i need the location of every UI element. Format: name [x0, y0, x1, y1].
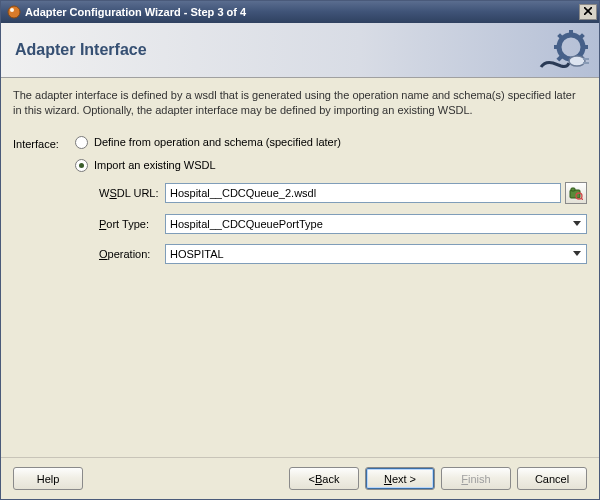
radio-input-import[interactable]: [75, 159, 88, 172]
content-area: The adapter interface is defined by a ws…: [1, 78, 599, 457]
help-button[interactable]: Help: [13, 467, 83, 490]
app-icon: [7, 5, 21, 19]
radio-input-define[interactable]: [75, 136, 88, 149]
description-text: The adapter interface is defined by a ws…: [13, 88, 587, 118]
svg-line-19: [581, 198, 583, 200]
port-type-value: Hospital__CDCQueuePortType: [170, 218, 570, 230]
wsdl-url-input[interactable]: [165, 183, 561, 203]
back-button[interactable]: < Back: [289, 467, 359, 490]
browse-wsdl-button[interactable]: [565, 182, 587, 204]
interface-row: Interface: Define from operation and sch…: [13, 136, 587, 274]
svg-rect-5: [569, 30, 573, 35]
svg-rect-17: [571, 188, 575, 191]
svg-point-4: [559, 35, 583, 59]
svg-rect-8: [583, 45, 588, 49]
radio-define-option[interactable]: Define from operation and schema (specif…: [75, 136, 587, 149]
import-fields: WSDL URL: Port Type: Hospital_: [99, 182, 587, 264]
wsdl-url-label: WSDL URL:: [99, 187, 165, 199]
port-type-row: Port Type: Hospital__CDCQueuePortType: [99, 214, 587, 234]
chevron-down-icon: [570, 216, 584, 232]
radio-import-option[interactable]: Import an existing WSDL: [75, 159, 587, 172]
operation-label: Operation:: [99, 248, 165, 260]
radio-import-label: Import an existing WSDL: [94, 159, 216, 171]
svg-point-13: [569, 56, 585, 66]
next-button[interactable]: Next >: [365, 467, 435, 490]
svg-rect-7: [554, 45, 559, 49]
interface-label: Interface:: [13, 136, 69, 150]
svg-rect-14: [583, 58, 589, 60]
operation-row: Operation: HOSPITAL: [99, 244, 587, 264]
radio-group: Define from operation and schema (specif…: [75, 136, 587, 274]
browse-icon: [569, 186, 583, 200]
operation-value: HOSPITAL: [170, 248, 570, 260]
close-button[interactable]: [579, 4, 597, 20]
radio-define-label: Define from operation and schema (specif…: [94, 136, 341, 148]
page-title: Adapter Interface: [15, 41, 147, 59]
port-type-dropdown[interactable]: Hospital__CDCQueuePortType: [165, 214, 587, 234]
gear-plug-icon: [533, 27, 593, 73]
svg-point-1: [10, 8, 14, 12]
close-icon: [584, 7, 592, 15]
wsdl-url-row: WSDL URL:: [99, 182, 587, 204]
svg-marker-21: [573, 251, 581, 256]
svg-point-0: [8, 6, 20, 18]
wizard-footer: Help < Back Next > Finish Cancel: [1, 457, 599, 499]
wizard-header: Adapter Interface: [1, 23, 599, 78]
titlebar: Adapter Configuration Wizard - Step 3 of…: [1, 1, 599, 23]
cancel-button[interactable]: Cancel: [517, 467, 587, 490]
chevron-down-icon: [570, 246, 584, 262]
window-title: Adapter Configuration Wizard - Step 3 of…: [25, 6, 579, 18]
port-type-label: Port Type:: [99, 218, 165, 230]
operation-dropdown[interactable]: HOSPITAL: [165, 244, 587, 264]
svg-rect-15: [583, 62, 589, 64]
finish-button: Finish: [441, 467, 511, 490]
svg-marker-20: [573, 221, 581, 226]
